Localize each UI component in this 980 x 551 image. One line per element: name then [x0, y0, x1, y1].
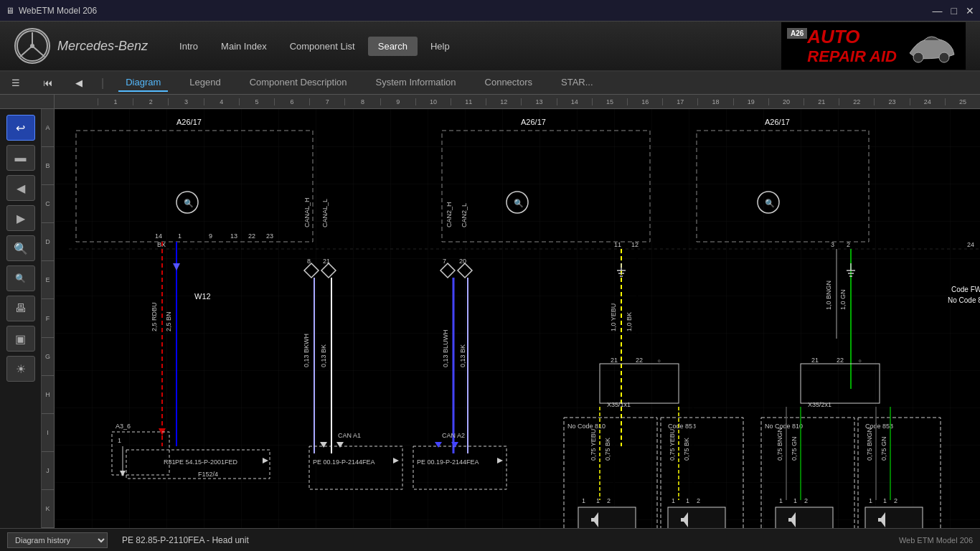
- left-toolbar: ↩ ▬ ◀ ▶ 🔍 🔍 🖶 ▣ ☀: [0, 109, 42, 528]
- nav-help[interactable]: Help: [420, 37, 460, 56]
- svg-text:1,0 BK: 1,0 BK: [626, 312, 633, 331]
- window-controls[interactable]: — □ ✕: [933, 5, 974, 17]
- back-button[interactable]: ◀: [71, 76, 87, 90]
- svg-text:0,75 BK: 0,75 BK: [683, 438, 690, 461]
- title-bar: 🖥 WebETM Model 206 — □ ✕: [0, 0, 980, 22]
- svg-text:1: 1: [779, 497, 783, 504]
- repair-aid-car-image: [903, 24, 960, 67]
- tab-diagram[interactable]: Diagram: [118, 74, 168, 92]
- svg-text:2,5 BN: 2,5 BN: [165, 311, 172, 331]
- brand-name-text: Mercedes-Benz: [57, 39, 148, 54]
- tab-component-description[interactable]: Component Description: [242, 74, 354, 92]
- repair-aid-logo: AUTOREPAIR AID: [807, 27, 897, 65]
- back-double-button[interactable]: ⏮: [39, 76, 57, 90]
- svg-text:1: 1: [883, 497, 887, 504]
- status-bar: Diagram history PE 82.85-P-2110FEA - Hea…: [0, 528, 980, 551]
- svg-text:1,0 GN: 1,0 GN: [839, 289, 847, 310]
- diagram-toolbar: ☰ ⏮ ◀ | Diagram Legend Component Descrip…: [0, 72, 980, 95]
- svg-text:0,75 GN: 0,75 GN: [791, 436, 798, 461]
- nav-component-list[interactable]: Component List: [280, 37, 365, 56]
- brightness-button[interactable]: ☀: [6, 356, 35, 382]
- svg-text:22: 22: [248, 232, 255, 240]
- svg-rect-132: [865, 507, 923, 528]
- ruler-numbers: 1 2 3 4 5 6 7 8 9 10 11 12 13 14 15 16 1…: [55, 98, 980, 105]
- svg-text:14: 14: [155, 232, 162, 240]
- maximize-button[interactable]: □: [951, 5, 957, 17]
- svg-text:1: 1: [582, 497, 585, 504]
- svg-text:20: 20: [459, 258, 466, 265]
- svg-text:1: 1: [686, 497, 689, 504]
- diagram-history-dropdown[interactable]: Diagram history: [7, 532, 108, 548]
- svg-text:1: 1: [793, 497, 797, 504]
- toolbar-divider: |: [101, 77, 104, 90]
- svg-point-5: [913, 52, 923, 62]
- svg-text:1,0 BNGN: 1,0 BNGN: [825, 281, 832, 310]
- nav-main-index[interactable]: Main Index: [211, 37, 277, 56]
- svg-text:⬦: ⬦: [657, 357, 661, 364]
- svg-text:2,5 RDBU: 2,5 RDBU: [151, 302, 158, 331]
- svg-text:2: 2: [804, 497, 808, 504]
- app-title-text: WebETM Model 206: [19, 6, 97, 16]
- svg-text:PE 00.19-P-2144FEA: PE 00.19-P-2144FEA: [313, 458, 375, 466]
- svg-text:11: 11: [614, 241, 621, 248]
- nav-search[interactable]: Search: [368, 37, 418, 56]
- prev-tool-button[interactable]: ◀: [6, 175, 35, 201]
- zoom-in-button[interactable]: 🔍: [6, 235, 35, 261]
- top-navigation: Mercedes-Benz Intro Main Index Component…: [0, 22, 980, 72]
- svg-text:CANAL_L: CANAL_L: [321, 199, 329, 227]
- svg-text:1,0 YEBU: 1,0 YEBU: [610, 303, 617, 331]
- print-button[interactable]: 🖶: [6, 296, 35, 321]
- brand-logo: Mercedes-Benz: [14, 28, 148, 64]
- svg-rect-114: [578, 507, 636, 528]
- svg-text:A26/17: A26/17: [521, 118, 546, 126]
- svg-text:Code FW: Code FW: [951, 286, 980, 293]
- svg-text:CANAL_H: CANAL_H: [303, 197, 311, 227]
- svg-line-3: [32, 46, 44, 57]
- svg-text:2: 2: [607, 497, 611, 504]
- svg-text:X35/2x1: X35/2x1: [808, 401, 831, 408]
- diagram-canvas[interactable]: A B C D E F G H I J K: [42, 109, 980, 528]
- minimize-button[interactable]: —: [933, 5, 943, 17]
- svg-text:0,13 BK: 0,13 BK: [320, 344, 327, 367]
- tab-system-information[interactable]: System Information: [369, 74, 463, 92]
- app-icon: 🖥: [6, 6, 14, 16]
- tab-star[interactable]: STAR...: [554, 74, 600, 92]
- back-tool-button[interactable]: ↩: [6, 115, 35, 141]
- svg-text:2: 2: [847, 241, 850, 248]
- svg-text:1: 1: [178, 232, 182, 240]
- nav-intro[interactable]: Intro: [169, 37, 208, 56]
- svg-text:Code 853: Code 853: [668, 423, 696, 430]
- svg-text:13: 13: [230, 232, 237, 240]
- svg-text:CAN2_L: CAN2_L: [461, 203, 468, 227]
- svg-text:0,75 YEBU: 0,75 YEBU: [590, 429, 597, 461]
- top-nav-links[interactable]: Intro Main Index Component List Search H…: [169, 37, 460, 56]
- wiring-diagram: A26/17 A26/17 A26/17 14 1 9 13 22 23 🔍 🔍…: [55, 109, 980, 528]
- svg-text:No Code 810: No Code 810: [765, 423, 803, 430]
- close-button[interactable]: ✕: [966, 5, 974, 17]
- svg-text:2: 2: [894, 497, 897, 504]
- next-tool-button[interactable]: ▶: [6, 205, 35, 231]
- fit-tool-button[interactable]: ▬: [6, 145, 35, 171]
- select-tool-button[interactable]: ▣: [6, 326, 35, 352]
- svg-point-4: [30, 44, 34, 48]
- svg-text:0,75 BNGN: 0,75 BNGN: [866, 428, 873, 461]
- zoom-out-button[interactable]: 🔍: [6, 265, 35, 291]
- tab-connectors[interactable]: Connectors: [478, 74, 540, 92]
- svg-text:W12: W12: [194, 292, 211, 301]
- svg-text:0,75 BK: 0,75 BK: [604, 438, 611, 461]
- svg-text:X35/1x1: X35/1x1: [607, 401, 631, 408]
- ruler-horizontal: 1 2 3 4 5 6 7 8 9 10 11 12 13 14 15 16 1…: [0, 95, 980, 109]
- svg-text:0,13 BKWH: 0,13 BKWH: [303, 334, 310, 367]
- hamburger-menu-button[interactable]: ☰: [7, 76, 24, 90]
- svg-text:🔍: 🔍: [184, 198, 194, 208]
- tab-legend[interactable]: Legend: [182, 74, 227, 92]
- svg-text:A26/17: A26/17: [765, 118, 790, 126]
- svg-text:21: 21: [323, 258, 330, 265]
- svg-text:PE 54.15-P-2001FED: PE 54.15-P-2001FED: [175, 458, 238, 466]
- svg-text:1: 1: [596, 497, 600, 504]
- ruler-vertical: A B C D E F G H I J K: [42, 109, 55, 528]
- svg-text:0,75 GN: 0,75 GN: [880, 436, 887, 461]
- svg-rect-120: [668, 507, 725, 528]
- svg-text:A26/17: A26/17: [176, 118, 202, 126]
- svg-line-2: [20, 46, 32, 57]
